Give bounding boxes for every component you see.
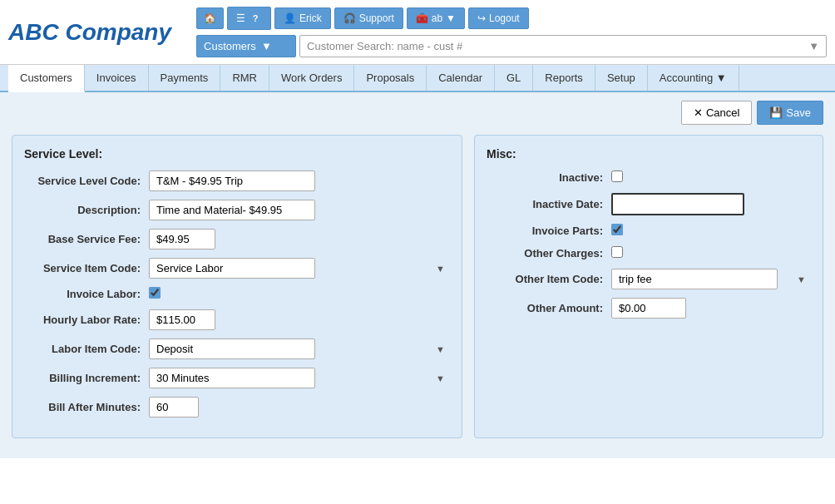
header: ABC Company 🏠 ☰ ? 👤 Erick 🎧 Support 🧰 ab… bbox=[0, 0, 835, 65]
hourly-labor-rate-input[interactable] bbox=[149, 309, 215, 330]
inactive-date-field bbox=[611, 193, 811, 215]
other-charges-label: Other Charges: bbox=[487, 247, 611, 259]
header-top-row: 🏠 ☰ ? 👤 Erick 🎧 Support 🧰 ab ▼ ↪ Logout bbox=[196, 7, 827, 30]
other-item-code-chevron: ▼ bbox=[797, 274, 806, 284]
invoice-parts-field bbox=[611, 224, 811, 238]
other-item-code-row: Other Item Code: trip fee ▼ bbox=[487, 269, 811, 289]
search-row: Customers ▼ Customer Search: name - cust… bbox=[196, 35, 827, 57]
app-logo: ABC Company bbox=[8, 19, 171, 46]
invoice-labor-row: Invoice Labor: bbox=[24, 287, 450, 301]
chevron-down-icon: ▼ bbox=[261, 40, 272, 52]
header-controls: 🏠 ☰ ? 👤 Erick 🎧 Support 🧰 ab ▼ ↪ Logout … bbox=[196, 7, 827, 57]
x-icon: ✕ bbox=[694, 106, 703, 119]
other-item-code-select[interactable]: trip fee bbox=[611, 269, 778, 289]
service-item-code-select[interactable]: Service Labor bbox=[149, 258, 315, 279]
other-amount-row: Other Amount: bbox=[487, 298, 811, 319]
service-item-code-row: Service Item Code: Service Labor ▼ bbox=[24, 258, 450, 279]
other-amount-label: Other Amount: bbox=[487, 302, 611, 314]
inactive-date-input[interactable] bbox=[611, 193, 744, 215]
misc-title: Misc: bbox=[487, 147, 811, 161]
nav-invoices[interactable]: Invoices bbox=[85, 65, 149, 91]
inactive-field bbox=[611, 170, 811, 185]
labor-item-code-select[interactable]: Deposit bbox=[149, 338, 315, 359]
labor-item-code-label: Labor Item Code: bbox=[24, 343, 149, 355]
menu-button[interactable]: ☰ ? bbox=[227, 7, 271, 30]
home-button[interactable]: 🏠 bbox=[196, 7, 224, 29]
description-field bbox=[149, 200, 450, 220]
service-item-code-field: Service Labor ▼ bbox=[149, 258, 450, 279]
description-row: Description: bbox=[24, 200, 450, 220]
base-service-fee-field bbox=[149, 229, 450, 250]
hourly-labor-rate-row: Hourly Labor Rate: bbox=[24, 309, 450, 330]
nav-rmr[interactable]: RMR bbox=[220, 65, 269, 91]
inactive-date-row: Inactive Date: bbox=[487, 193, 811, 215]
form-panels: Service Level: Service Level Code: Descr… bbox=[12, 135, 823, 438]
misc-panel: Misc: Inactive: Inactive Date: Invoice P… bbox=[474, 135, 823, 438]
inactive-date-label: Inactive Date: bbox=[487, 198, 611, 210]
billing-increment-field: 30 Minutes ▼ bbox=[149, 368, 450, 388]
nav-calendar[interactable]: Calendar bbox=[427, 65, 495, 91]
cancel-button[interactable]: ✕ Cancel bbox=[681, 101, 752, 125]
save-icon: 💾 bbox=[769, 106, 783, 119]
invoice-labor-checkbox[interactable] bbox=[149, 287, 161, 299]
invoice-labor-field bbox=[149, 287, 450, 301]
service-level-title: Service Level: bbox=[24, 147, 450, 161]
nav-proposals[interactable]: Proposals bbox=[354, 65, 427, 91]
search-dropdown-icon: ▼ bbox=[808, 40, 819, 52]
inactive-label: Inactive: bbox=[487, 171, 611, 184]
billing-increment-row: Billing Increment: 30 Minutes ▼ bbox=[24, 368, 450, 388]
other-item-code-label: Other Item Code: bbox=[487, 273, 611, 285]
main-content: ✕ Cancel 💾 Save Service Level: Service L… bbox=[0, 92, 835, 458]
labor-item-code-chevron: ▼ bbox=[436, 344, 445, 354]
other-charges-row: Other Charges: bbox=[487, 246, 811, 260]
service-level-panel: Service Level: Service Level Code: Descr… bbox=[12, 135, 462, 438]
hourly-labor-rate-label: Hourly Labor Rate: bbox=[24, 314, 149, 326]
nav-reports[interactable]: Reports bbox=[533, 65, 595, 91]
nav-customers[interactable]: Customers bbox=[8, 65, 85, 92]
nav-bar: Customers Invoices Payments RMR Work Ord… bbox=[0, 65, 835, 92]
base-service-fee-input[interactable] bbox=[149, 229, 215, 250]
invoice-parts-checkbox[interactable] bbox=[611, 224, 623, 235]
service-item-code-chevron: ▼ bbox=[436, 264, 445, 274]
other-amount-field bbox=[611, 298, 811, 319]
billing-increment-select[interactable]: 30 Minutes bbox=[149, 368, 315, 388]
other-charges-field bbox=[611, 246, 811, 260]
bill-after-minutes-label: Bill After Minutes: bbox=[24, 401, 149, 413]
base-service-fee-label: Base Service Fee: bbox=[24, 233, 149, 245]
billing-increment-chevron: ▼ bbox=[436, 373, 445, 383]
bill-after-minutes-field bbox=[149, 397, 450, 418]
service-level-code-input[interactable] bbox=[149, 170, 315, 191]
invoice-parts-label: Invoice Parts: bbox=[487, 225, 611, 237]
service-level-code-field bbox=[149, 170, 450, 191]
labor-item-code-row: Labor Item Code: Deposit ▼ bbox=[24, 338, 450, 359]
service-level-code-label: Service Level Code: bbox=[24, 175, 149, 187]
nav-gl[interactable]: GL bbox=[495, 65, 533, 91]
service-level-code-row: Service Level Code: bbox=[24, 170, 450, 191]
invoice-labor-label: Invoice Labor: bbox=[24, 288, 149, 300]
customer-select-dropdown[interactable]: Customers ▼ bbox=[196, 35, 296, 57]
other-charges-checkbox[interactable] bbox=[611, 246, 623, 258]
save-button[interactable]: 💾 Save bbox=[757, 101, 823, 125]
customer-search-box[interactable]: Customer Search: name - cust # ▼ bbox=[299, 35, 827, 57]
service-item-code-label: Service Item Code: bbox=[24, 262, 149, 274]
nav-accounting[interactable]: Accounting ▼ bbox=[648, 65, 739, 91]
inactive-checkbox[interactable] bbox=[611, 170, 623, 182]
tools-button[interactable]: 🧰 ab ▼ bbox=[407, 7, 465, 29]
labor-item-code-field: Deposit ▼ bbox=[149, 338, 450, 359]
description-input[interactable] bbox=[149, 200, 315, 220]
support-button[interactable]: 🎧 Support bbox=[334, 7, 403, 29]
nav-payments[interactable]: Payments bbox=[149, 65, 221, 91]
hourly-labor-rate-field bbox=[149, 309, 450, 330]
description-label: Description: bbox=[24, 204, 149, 216]
logout-button[interactable]: ↪ Logout bbox=[468, 7, 529, 29]
user-button[interactable]: 👤 Erick bbox=[274, 7, 331, 29]
nav-work-orders[interactable]: Work Orders bbox=[269, 65, 354, 91]
bill-after-minutes-input[interactable] bbox=[149, 397, 199, 418]
billing-increment-label: Billing Increment: bbox=[24, 372, 149, 384]
nav-setup[interactable]: Setup bbox=[595, 65, 648, 91]
invoice-parts-row: Invoice Parts: bbox=[487, 224, 811, 238]
bill-after-minutes-row: Bill After Minutes: bbox=[24, 397, 450, 418]
inactive-row: Inactive: bbox=[487, 170, 811, 185]
form-toolbar: ✕ Cancel 💾 Save bbox=[12, 101, 823, 125]
other-amount-input[interactable] bbox=[611, 298, 686, 319]
